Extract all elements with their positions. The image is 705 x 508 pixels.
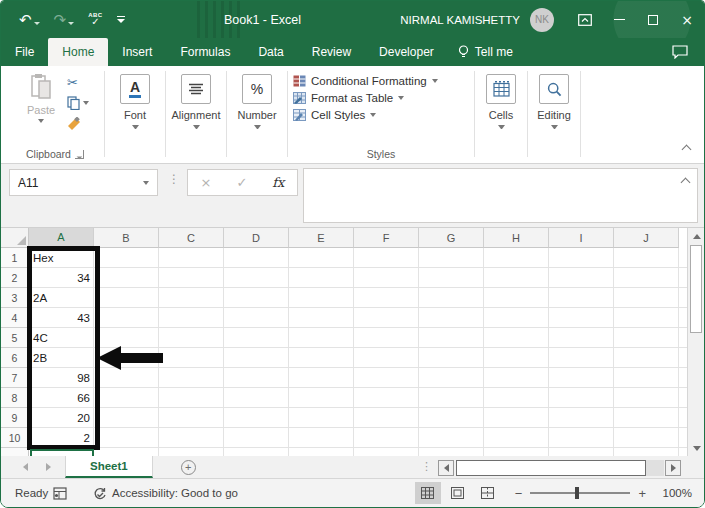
comments-button[interactable]	[672, 38, 704, 66]
copy-button[interactable]	[67, 96, 89, 110]
new-sheet-button[interactable]: +	[181, 460, 196, 475]
horizontal-scrollbar[interactable]	[438, 459, 683, 476]
vertical-scroll-thumb[interactable]	[690, 245, 702, 333]
row-header-5[interactable]: 5	[1, 328, 29, 348]
tab-data[interactable]: Data	[244, 38, 297, 66]
row-header-9[interactable]: 9	[1, 408, 29, 428]
scroll-left-button[interactable]	[438, 460, 454, 476]
row-header-6[interactable]: 6	[1, 348, 29, 368]
column-header-a[interactable]: A	[29, 228, 94, 248]
cells-dropdown-icon[interactable]	[498, 125, 505, 129]
page-break-preview-button[interactable]	[475, 482, 501, 504]
conditional-formatting-dropdown-icon[interactable]	[432, 79, 438, 83]
expand-formula-bar-icon[interactable]	[681, 178, 691, 188]
maximize-button[interactable]	[636, 1, 670, 38]
tab-file[interactable]: File	[1, 38, 48, 66]
close-button[interactable]: ×	[670, 1, 704, 38]
format-painter-button[interactable]	[67, 117, 89, 135]
row-header-3[interactable]: 3	[1, 288, 29, 308]
tab-developer[interactable]: Developer	[365, 38, 448, 66]
tab-home[interactable]: Home	[48, 38, 108, 66]
user-name[interactable]: NIRMAL KAMISHETTY	[400, 14, 520, 26]
cells-group-button[interactable]	[486, 74, 516, 104]
redo-button[interactable]: ↷	[54, 11, 75, 29]
normal-view-button[interactable]	[415, 482, 441, 504]
undo-dropdown-icon[interactable]	[34, 22, 40, 25]
previous-sheet-icon[interactable]	[23, 463, 28, 471]
macro-record-icon[interactable]	[53, 487, 67, 500]
avatar[interactable]: NK	[530, 8, 554, 32]
column-header-g[interactable]: G	[419, 228, 484, 248]
scroll-down-button[interactable]	[688, 440, 704, 456]
font-group-button[interactable]: A	[120, 74, 150, 104]
cells-group[interactable]: Cells	[476, 69, 526, 163]
active-cell-a11-border[interactable]	[30, 449, 94, 456]
tab-formulas[interactable]: Formulas	[166, 38, 244, 66]
column-header-e[interactable]: E	[289, 228, 354, 248]
horizontal-scroll-track[interactable]	[646, 460, 664, 476]
cell-styles-button[interactable]: Cell Styles	[293, 109, 376, 121]
name-box-dropdown-icon[interactable]	[143, 181, 149, 185]
ribbon-display-options-button[interactable]	[568, 1, 602, 38]
row-header-2[interactable]: 2	[1, 268, 29, 288]
tab-review[interactable]: Review	[298, 38, 365, 66]
tab-insert[interactable]: Insert	[108, 38, 166, 66]
copy-dropdown-icon[interactable]	[83, 101, 89, 105]
name-box[interactable]: A11	[9, 169, 158, 196]
format-as-table-dropdown-icon[interactable]	[398, 96, 404, 100]
next-sheet-icon[interactable]	[46, 463, 51, 471]
row-header-4[interactable]: 4	[1, 308, 29, 328]
page-layout-view-button[interactable]	[445, 482, 471, 504]
scroll-right-button[interactable]	[665, 460, 681, 476]
zoom-slider-thumb[interactable]	[575, 487, 579, 499]
column-header-b[interactable]: B	[94, 228, 159, 248]
editing-group-button[interactable]	[539, 74, 569, 104]
number-group[interactable]: % Number	[228, 69, 286, 163]
row-header-8[interactable]: 8	[1, 388, 29, 408]
font-dropdown-icon[interactable]	[132, 125, 139, 129]
conditional-formatting-button[interactable]: Conditional Formatting	[293, 75, 438, 87]
alignment-dropdown-icon[interactable]	[193, 125, 200, 129]
enter-icon[interactable]: ✓	[236, 175, 247, 190]
select-all-button[interactable]	[1, 228, 29, 248]
paste-dropdown-icon[interactable]	[38, 119, 44, 123]
zoom-level[interactable]: 100%	[654, 487, 692, 499]
column-header-c[interactable]: C	[159, 228, 224, 248]
row-header-1[interactable]: 1	[1, 248, 29, 268]
formula-bar-separator-dots[interactable]: ⋮	[168, 172, 180, 186]
horizontal-scroll-thumb[interactable]	[456, 460, 646, 476]
editing-dropdown-icon[interactable]	[551, 125, 558, 129]
redo-dropdown-icon[interactable]	[68, 22, 74, 25]
scroll-up-button[interactable]	[688, 228, 704, 244]
cell-styles-dropdown-icon[interactable]	[370, 113, 376, 117]
sheet-tab-sheet1[interactable]: Sheet1	[65, 456, 153, 478]
spelling-button[interactable]: ABC✓	[88, 12, 103, 27]
cancel-icon[interactable]: ×	[201, 175, 212, 190]
customize-qat-button[interactable]	[117, 16, 125, 24]
accessibility-status[interactable]: Accessibility: Good to go	[93, 487, 238, 500]
column-header-i[interactable]: I	[549, 228, 614, 248]
row-header-7[interactable]: 7	[1, 368, 29, 388]
column-header-j[interactable]: J	[614, 228, 679, 248]
zoom-in-button[interactable]: +	[638, 486, 646, 501]
cut-button[interactable]: ✂	[67, 76, 89, 89]
alignment-group-button[interactable]	[181, 74, 211, 104]
insert-function-icon[interactable]: fx	[272, 175, 284, 190]
paste-button[interactable]: Paste	[21, 73, 61, 148]
undo-button[interactable]: ↶	[19, 11, 40, 29]
column-header-h[interactable]: H	[484, 228, 549, 248]
vertical-scrollbar[interactable]	[687, 228, 704, 456]
column-header-d[interactable]: D	[224, 228, 289, 248]
formula-input[interactable]	[303, 168, 698, 223]
alignment-group[interactable]: Alignment	[167, 69, 225, 163]
number-dropdown-icon[interactable]	[254, 125, 261, 129]
minimize-button[interactable]	[602, 1, 636, 38]
clipboard-dialog-launcher[interactable]	[75, 150, 84, 159]
tell-me-box[interactable]: Tell me	[448, 38, 523, 66]
column-header-f[interactable]: F	[354, 228, 419, 248]
zoom-slider[interactable]	[530, 492, 630, 494]
sheetbar-separator-dots[interactable]: ⋮	[421, 460, 432, 473]
zoom-out-button[interactable]: −	[515, 486, 523, 501]
number-group-button[interactable]: %	[242, 74, 272, 104]
collapse-ribbon-icon[interactable]	[682, 145, 692, 155]
